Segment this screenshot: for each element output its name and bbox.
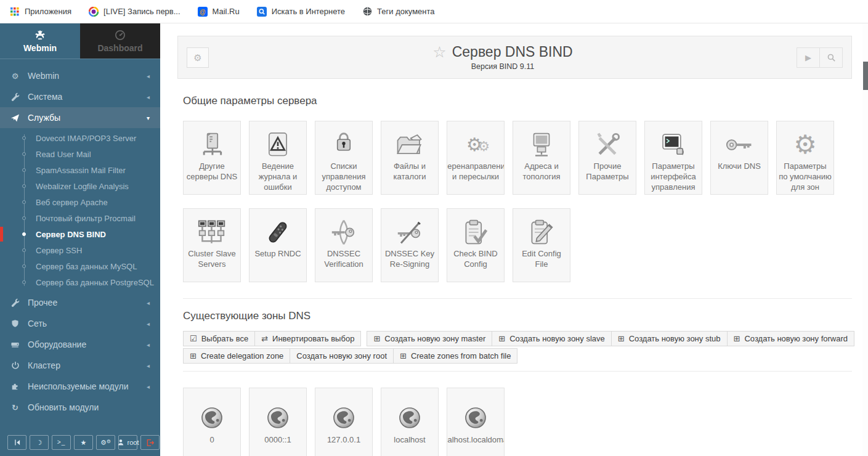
sidebar-item-label: Сеть [28,319,47,328]
bookmark-item[interactable]: [LIVE] Запись перв... [89,7,180,17]
sidebar-item-обновить-модули[interactable]: ↻Обновить модули [0,397,160,418]
squared-plus-icon: ⊞ [498,334,505,343]
chevron-left-icon: ◂ [147,320,150,327]
zone-action-button[interactable]: ⇄Инвертировать выбор [254,331,361,346]
module-card[interactable]: Edit Config File [513,208,570,282]
scrollbar-thumb[interactable] [863,62,868,90]
zone-action-button[interactable]: ⊞Создать новую зону stub [611,331,728,346]
module-card-label: DNSSEC Verification [315,248,372,269]
bookmark-item[interactable]: Искать в Интернете [257,7,345,17]
module-card[interactable]: Check BIND Config [447,208,505,282]
module-card[interactable]: DNSSEC Key Re-Signing [381,208,439,282]
module-card-label: Edit Config File [513,248,570,269]
live-swirl-icon [89,7,99,17]
zone-action-button[interactable]: ⊞Create zones from batch file [393,348,517,364]
zone-card[interactable]: 0 [183,388,241,456]
module-card[interactable]: ⚙Параметры по умолчанию для зон [776,121,834,195]
button-group: ⊞Создать новую зону master⊞Создать новую… [367,331,854,346]
play-icon: ▶ [805,54,811,62]
tools-icon [10,298,20,307]
module-card[interactable]: Setup RNDC [249,208,307,282]
sidebar-subitem-почтовый-фильтр-procmail[interactable]: Почтовый фильтр Procmail [0,210,160,226]
sidebar-item-система[interactable]: Система◂ [0,86,160,107]
key-sign-icon [395,216,424,248]
night-mode-button[interactable]: ☽ [30,435,49,450]
checkbox-checked-icon: ☑ [190,334,197,343]
sidebar-subitem-сервер-баз-данных-mysql[interactable]: Сервер баз данных MySQL [0,258,160,274]
bookmark-item[interactable]: @Mail.Ru [198,7,240,17]
module-card[interactable]: Адреса и топология [513,121,570,195]
zone-card[interactable]: localhost.localdomain [447,388,505,456]
zone-action-button[interactable]: ⊞Создать новую зону slave [492,331,612,346]
zone-action-label: Создать новую зону root [296,351,387,360]
sidebar-item-прочее[interactable]: Прочее◂ [0,292,160,313]
sidebar-subitem-label: Read User Mail [36,150,91,159]
zone-action-button[interactable]: ⊞Создать новую зону forward [727,331,855,346]
sidebar-item-неиспользуемые-модули[interactable]: Неиспользуемые модули◂ [0,376,160,397]
sidebar-item-кластер[interactable]: Кластер◂ [0,355,160,376]
apply-changes-button[interactable]: ▶ [797,47,820,68]
zone-card[interactable]: 127.0.0.1 [315,388,373,456]
sidebar-tab-webmin[interactable]: Webmin [0,23,80,59]
module-card[interactable]: Списки управления доступом (ACL - Access… [315,121,373,195]
bookmark-item[interactable]: Приложения [10,7,71,17]
star-outline-icon[interactable]: ☆ [432,44,446,60]
module-card-label: Ключи DNS [716,161,763,171]
zone-card[interactable]: 0000::1 [249,388,307,456]
module-card[interactable]: Параметры интерфейса управления [644,121,702,195]
module-settings-button[interactable]: ⚙⚙ [96,435,115,450]
terminal-button[interactable]: >_ [52,435,71,450]
zone-action-button[interactable]: ⊞Создать новую зону master [367,331,492,346]
module-card[interactable]: Ключи DNS [710,121,768,195]
zone-card[interactable]: localhost [381,388,439,456]
sidebar-subitem-label: Почтовый фильтр Procmail [36,214,136,223]
module-card-label: DNSSEC Key Re-Signing [381,248,438,269]
logout-button[interactable] [140,435,160,450]
sidebar-subitem-spamassassin-mail-filter[interactable]: SpamAssassin Mail Filter [0,162,160,178]
sidebar-item-оборудование[interactable]: Оборудование◂ [0,334,160,355]
sidebar-subitem-веб-сервер-apache[interactable]: Веб сервер Apache [0,194,160,210]
sidebar-item-label: Кластер [28,360,60,370]
sidebar-subitem-webalizer-logfile-analysis[interactable]: Webalizer Logfile Analysis [0,178,160,194]
shield-icon [10,319,20,328]
module-card[interactable]: Cluster Slave Servers [183,208,241,282]
zone-name-label: 127.0.0.1 [327,435,360,444]
module-card[interactable]: Ведение журнала и ошибки [249,121,307,195]
big-gear-icon: ⚙ [793,129,817,161]
module-card-label: Cluster Slave Servers [184,248,240,269]
favorites-button[interactable]: ★ [74,435,93,450]
sidebar-subitem-сервер-ssh[interactable]: Сервер SSH [0,242,160,258]
bookmark-item[interactable]: Теги документа [362,7,434,17]
module-card[interactable]: DNSSEC Verification [315,208,373,282]
sidebar-item-label: Webmin [28,71,59,81]
moon-icon: ☽ [36,439,43,446]
module-card[interactable]: Файлы и каталоги [381,121,439,195]
sidebar-item-сеть[interactable]: Сеть◂ [0,313,160,334]
module-card[interactable]: Прочие Параметры [578,121,636,195]
zone-action-button[interactable]: ⊞Create delegation zone [183,348,290,364]
search-module-button[interactable] [819,47,843,68]
zone-action-button[interactable]: Создать новую зону root [290,348,394,364]
sidebar-subitem-сервер-dns-bind[interactable]: Сервер DNS BIND [0,226,160,242]
user-button[interactable]: root [118,435,137,450]
collapse-sidebar-button[interactable] [7,435,26,450]
sidebar-subitem-сервер-баз-данных-postgresql[interactable]: Сервер баз данных PostgreSQL [0,274,160,290]
page-subtitle: Версия BIND 9.11 [209,62,797,71]
module-card[interactable]: ⚙⚙Перенаправление и пересылки [447,121,505,195]
sidebar-subitem-read-user-mail[interactable]: Read User Mail [0,146,160,162]
zone-name-label: localhost.localdomain [447,435,505,444]
module-card[interactable]: Другие серверы DNS [183,121,241,195]
sidebar-item-службы[interactable]: Службы▾ [0,107,160,128]
zone-action-button[interactable]: ☑Выбрать все [183,331,255,346]
sidebar-subitem-label: SpamAssassin Mail Filter [36,166,126,175]
module-config-button[interactable]: ⚙ [187,47,209,68]
scrollbar-track[interactable] [862,23,868,456]
zones-toolbar-row: ☑Выбрать все⇄Инвертировать выбор⊞Создать… [183,331,852,346]
sidebar-tab-dashboard[interactable]: Dashboard [80,23,160,59]
mailru-icon: @ [198,7,208,17]
module-card-row: Cluster Slave ServersSetup RNDCDNSSEC Ve… [183,208,852,282]
sidebar-subitem-dovecot-imap/pop3-server[interactable]: Dovecot IMAP/POP3 Server [0,130,160,146]
sidebar-subitem-label: Веб сервер Apache [36,198,108,207]
sidebar-item-webmin[interactable]: ⚙Webmin◂ [0,65,160,86]
sidebar-subitem-label: Сервер баз данных PostgreSQL [36,278,154,287]
